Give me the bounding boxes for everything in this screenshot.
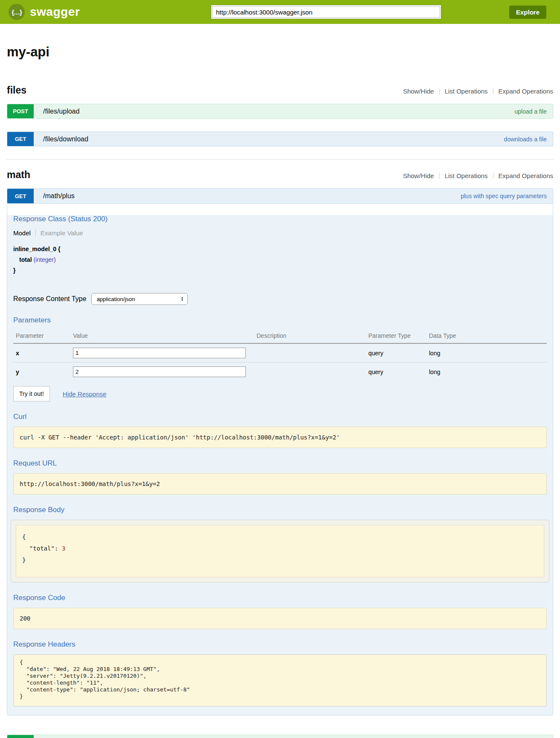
parameter-name: y bbox=[13, 363, 73, 381]
curl-command: curl -X GET --header 'Accept: applicatio… bbox=[13, 427, 547, 448]
parameter-type: query bbox=[368, 343, 429, 363]
try-it-out-button[interactable]: Try it out! bbox=[13, 386, 50, 401]
section-divider bbox=[7, 159, 553, 160]
operation-content: Response Class (Status 200) Model Exampl… bbox=[7, 215, 553, 715]
show-hide-link[interactable]: Show/Hide bbox=[403, 172, 434, 179]
response-headers-value: { "date": "Wed, 22 Aug 2018 18:49:13 GMT… bbox=[13, 654, 547, 706]
json-number: 3 bbox=[62, 545, 65, 552]
model-tabs: Model Example Value bbox=[13, 229, 547, 237]
section-files: files Show/Hide List Operations Expand O… bbox=[7, 85, 553, 146]
section-controls-math: Show/Hide List Operations Expand Operati… bbox=[403, 172, 553, 179]
response-body-value: { "total": 3 } bbox=[16, 525, 544, 577]
response-code-heading: Response Code bbox=[13, 594, 547, 602]
response-content-type-row: Response Content Type application/json ▲… bbox=[13, 293, 547, 305]
response-content-type-value: application/json bbox=[96, 296, 135, 302]
parameter-data-type: long bbox=[429, 343, 547, 363]
endpoint-path[interactable]: /math/plus bbox=[43, 735, 75, 738]
spec-url-wrap bbox=[211, 5, 441, 19]
try-row: Try it out! Hide Response bbox=[13, 386, 547, 401]
parameters-heading: Parameters bbox=[13, 316, 547, 325]
json-line: } bbox=[22, 554, 538, 566]
json-key: "total": bbox=[22, 545, 62, 552]
parameter-type: query bbox=[368, 363, 429, 381]
operation-header: GET /math/plus plus with spec query para… bbox=[7, 189, 553, 204]
parameter-name: x bbox=[13, 343, 73, 363]
operation-get-math-plus: GET /math/plus plus with spec query para… bbox=[7, 188, 553, 715]
app-header: {…} swagger Explore bbox=[0, 0, 560, 24]
json-line: "total": 3 bbox=[22, 543, 538, 554]
endpoint-path[interactable]: /files/upload bbox=[43, 104, 79, 118]
model-signature: inline_model_0 { total (integer) } bbox=[13, 244, 547, 276]
tab-model[interactable]: Model bbox=[13, 229, 31, 237]
separator bbox=[493, 173, 493, 179]
parameter-x-input[interactable] bbox=[73, 348, 246, 358]
explore-button[interactable]: Explore bbox=[509, 6, 546, 19]
method-badge-post: POST bbox=[7, 104, 34, 118]
parameter-description bbox=[257, 343, 368, 363]
response-body-container: { "total": 3 } bbox=[11, 520, 549, 583]
endpoint-path[interactable]: /math/plus bbox=[43, 189, 75, 203]
parameter-row-y: y query long bbox=[13, 363, 547, 381]
section-title-files[interactable]: files bbox=[7, 85, 26, 96]
chevron-up-down-icon: ▲▼ bbox=[181, 296, 184, 302]
parameter-data-type: long bbox=[429, 363, 547, 381]
section-header-files: files Show/Hide List Operations Expand O… bbox=[7, 85, 553, 96]
method-badge-get: GET bbox=[7, 189, 34, 203]
method-badge-get: GET bbox=[7, 132, 34, 146]
list-operations-link[interactable]: List Operations bbox=[445, 172, 488, 179]
list-operations-link[interactable]: List Operations bbox=[445, 88, 488, 95]
section-title-math[interactable]: math bbox=[7, 169, 30, 181]
json-line: { bbox=[22, 531, 538, 543]
request-url-value: http://localhost:3000/math/plus?x=1&y=2 bbox=[13, 473, 547, 495]
expand-operations-link[interactable]: Expand Operations bbox=[499, 172, 553, 179]
swagger-logo-icon: {…} bbox=[9, 4, 25, 20]
parameters-header-row: Parameter Value Description Parameter Ty… bbox=[13, 329, 547, 343]
endpoint-summary[interactable]: plus with spec query parameters bbox=[461, 189, 547, 203]
response-class-heading: Response Class (Status 200) bbox=[13, 215, 547, 223]
parameter-row-x: x query long bbox=[13, 343, 547, 363]
hide-response-link[interactable]: Hide Response bbox=[63, 390, 107, 398]
separator bbox=[439, 88, 440, 94]
endpoint-summary[interactable]: plus with spec body parameters bbox=[463, 735, 547, 738]
expand-operations-link[interactable]: Expand Operations bbox=[499, 88, 553, 95]
section-header-math: math Show/Hide List Operations Expand Op… bbox=[7, 169, 553, 181]
tab-example-value[interactable]: Example Value bbox=[41, 229, 83, 237]
spec-url-input[interactable] bbox=[212, 6, 440, 18]
endpoint-row-files-upload: POST /files/upload upload a file bbox=[7, 104, 553, 119]
endpoint-row-math-plus-post: POST /math/plus plus with spec body para… bbox=[7, 735, 553, 738]
request-url-heading: Request URL bbox=[13, 459, 547, 468]
response-body-heading: Response Body bbox=[13, 506, 547, 514]
parameter-description bbox=[257, 363, 368, 381]
separator bbox=[493, 88, 493, 94]
separator bbox=[35, 229, 36, 237]
response-content-type-label: Response Content Type bbox=[13, 295, 86, 303]
curl-heading: Curl bbox=[13, 413, 547, 421]
show-hide-link[interactable]: Show/Hide bbox=[403, 88, 434, 95]
model-signature-open: inline_model_0 { bbox=[13, 244, 547, 255]
endpoint-summary[interactable]: upload a file bbox=[514, 104, 547, 118]
parameter-y-input[interactable] bbox=[73, 366, 246, 377]
section-controls-files: Show/Hide List Operations Expand Operati… bbox=[403, 88, 553, 95]
method-badge-post: POST bbox=[7, 735, 34, 738]
page-title: my-api bbox=[7, 44, 553, 60]
section-math: math Show/Hide List Operations Expand Op… bbox=[7, 169, 553, 738]
column-header-parameter: Parameter bbox=[13, 329, 73, 343]
model-property: total (integer) bbox=[19, 255, 547, 265]
response-headers-heading: Response Headers bbox=[13, 640, 547, 649]
column-header-description: Description bbox=[257, 329, 368, 343]
endpoint-row-files-download: GET /files/download downloads a file bbox=[7, 132, 553, 146]
parameters-table: Parameter Value Description Parameter Ty… bbox=[13, 329, 547, 381]
endpoint-path[interactable]: /files/download bbox=[43, 132, 88, 146]
column-header-parameter-type: Parameter Type bbox=[368, 329, 429, 343]
model-property-name: total bbox=[19, 256, 32, 263]
page-body: my-api files Show/Hide List Operations E… bbox=[7, 44, 553, 738]
separator bbox=[439, 173, 440, 179]
column-header-value: Value bbox=[73, 329, 257, 343]
brand-title: swagger bbox=[30, 5, 80, 19]
model-property-type: (integer) bbox=[32, 256, 56, 263]
model-signature-close: } bbox=[13, 265, 547, 276]
response-content-type-select[interactable]: application/json ▲▼ bbox=[91, 293, 188, 305]
response-code-value: 200 bbox=[13, 608, 547, 629]
endpoint-summary[interactable]: downloads a file bbox=[504, 132, 547, 146]
swagger-logo[interactable]: {…} swagger bbox=[9, 4, 80, 20]
